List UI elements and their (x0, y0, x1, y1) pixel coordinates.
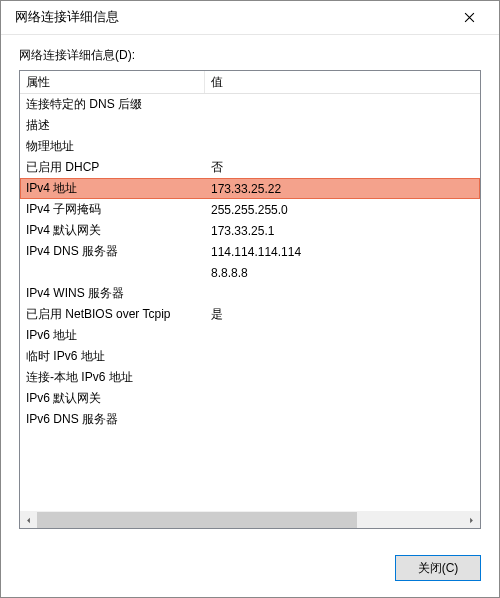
table-row[interactable]: IPv6 地址 (20, 325, 480, 346)
property-cell: IPv6 地址 (20, 327, 205, 344)
property-cell: IPv4 WINS 服务器 (20, 285, 205, 302)
property-cell: 已启用 NetBIOS over Tcpip (20, 306, 205, 323)
close-button[interactable]: 关闭(C) (395, 555, 481, 581)
property-cell: 已启用 DHCP (20, 159, 205, 176)
table-row[interactable]: 连接-本地 IPv6 地址 (20, 367, 480, 388)
scroll-left-icon[interactable] (20, 512, 37, 529)
column-header-property[interactable]: 属性 (20, 71, 205, 93)
value-cell: 173.33.25.1 (205, 224, 480, 238)
table-row[interactable]: IPv4 子网掩码255.255.255.0 (20, 199, 480, 220)
property-cell: 物理地址 (20, 138, 205, 155)
property-cell: 描述 (20, 117, 205, 134)
scroll-thumb[interactable] (37, 512, 357, 529)
horizontal-scrollbar[interactable] (20, 511, 480, 528)
property-cell: 连接特定的 DNS 后缀 (20, 96, 205, 113)
table-row[interactable]: IPv4 默认网关173.33.25.1 (20, 220, 480, 241)
table-row[interactable]: IPv6 默认网关 (20, 388, 480, 409)
close-icon[interactable] (449, 3, 489, 33)
table-row[interactable]: 物理地址 (20, 136, 480, 157)
list-body: 连接特定的 DNS 后缀描述物理地址已启用 DHCP否IPv4 地址173.33… (20, 94, 480, 511)
scroll-track[interactable] (37, 512, 463, 528)
property-cell: IPv4 地址 (20, 180, 205, 197)
table-row[interactable]: 描述 (20, 115, 480, 136)
table-row[interactable]: 8.8.8.8 (20, 262, 480, 283)
details-label: 网络连接详细信息(D): (19, 47, 481, 64)
value-cell: 是 (205, 306, 480, 323)
table-row[interactable]: IPv6 DNS 服务器 (20, 409, 480, 430)
scroll-right-icon[interactable] (463, 512, 480, 529)
table-row[interactable]: 已启用 NetBIOS over Tcpip是 (20, 304, 480, 325)
table-row[interactable]: IPv4 WINS 服务器 (20, 283, 480, 304)
property-cell: IPv4 默认网关 (20, 222, 205, 239)
property-cell: 连接-本地 IPv6 地址 (20, 369, 205, 386)
table-row[interactable]: IPv4 DNS 服务器114.114.114.114 (20, 241, 480, 262)
column-header-value[interactable]: 值 (205, 71, 480, 93)
property-cell: IPv6 默认网关 (20, 390, 205, 407)
list-header: 属性 值 (20, 71, 480, 94)
button-row: 关闭(C) (1, 543, 499, 597)
value-cell: 255.255.255.0 (205, 203, 480, 217)
property-cell: IPv4 DNS 服务器 (20, 243, 205, 260)
table-row[interactable]: 临时 IPv6 地址 (20, 346, 480, 367)
details-list: 属性 值 连接特定的 DNS 后缀描述物理地址已启用 DHCP否IPv4 地址1… (19, 70, 481, 529)
property-cell: IPv4 子网掩码 (20, 201, 205, 218)
value-cell: 否 (205, 159, 480, 176)
value-cell: 114.114.114.114 (205, 245, 480, 259)
value-cell: 8.8.8.8 (205, 266, 480, 280)
content-area: 网络连接详细信息(D): 属性 值 连接特定的 DNS 后缀描述物理地址已启用 … (1, 35, 499, 543)
dialog-window: 网络连接详细信息 网络连接详细信息(D): 属性 值 连接特定的 DNS 后缀描… (0, 0, 500, 598)
property-cell: 临时 IPv6 地址 (20, 348, 205, 365)
table-row[interactable]: 连接特定的 DNS 后缀 (20, 94, 480, 115)
value-cell: 173.33.25.22 (205, 182, 480, 196)
table-row[interactable]: IPv4 地址173.33.25.22 (20, 178, 480, 199)
titlebar: 网络连接详细信息 (1, 1, 499, 35)
table-row[interactable]: 已启用 DHCP否 (20, 157, 480, 178)
property-cell: IPv6 DNS 服务器 (20, 411, 205, 428)
window-title: 网络连接详细信息 (15, 9, 119, 26)
